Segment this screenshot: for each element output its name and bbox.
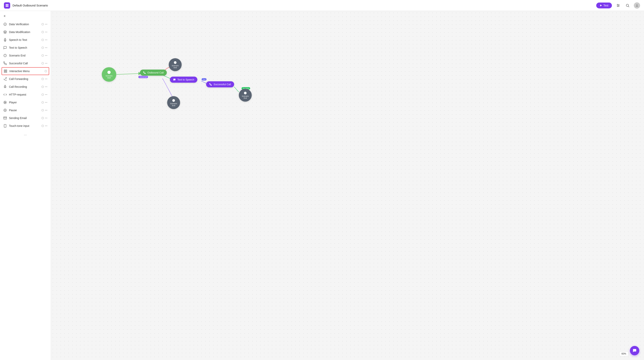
svg-point-68 — [46, 79, 46, 79]
svg-rect-0 — [6, 4, 7, 5]
node-scenario-end-bottom[interactable]: ScenarioEnd — [167, 96, 180, 109]
sidebar-item-label: Pause — [9, 109, 39, 112]
flow-canvas[interactable]: ScenarioStart Outbound Call Error Succes… — [51, 11, 644, 360]
flow-container: ScenarioStart Outbound Call Error Succes… — [51, 11, 644, 360]
sidebar-item-label: Scenario End — [9, 54, 39, 57]
sidebar-item-label: Text to Speech — [9, 46, 39, 49]
page-title: Default Outbound Scenario — [12, 4, 48, 7]
svg-point-49 — [47, 55, 47, 56]
svg-point-105 — [47, 118, 47, 118]
more-button[interactable]: ... — [0, 130, 51, 139]
svg-line-63 — [5, 78, 6, 79]
sidebar-item-scenario-end[interactable]: Scenario End — [0, 52, 51, 59]
sidebar-item-label: Player — [9, 101, 39, 104]
svg-point-79 — [45, 94, 46, 95]
sidebar-item-call-forwarding[interactable]: Call Forwarding — [0, 75, 51, 83]
node-scenario-start[interactable]: ScenarioStart — [102, 67, 116, 82]
svg-line-12 — [628, 6, 629, 7]
svg-point-74 — [46, 87, 46, 87]
svg-point-13 — [636, 4, 638, 5]
sidebar-item-player[interactable]: Player — [0, 99, 51, 106]
svg-point-53 — [45, 63, 46, 63]
svg-point-19 — [46, 24, 46, 24]
sidebar-item-successful-call[interactable]: Successful Call — [0, 59, 51, 67]
sidebar-item-speech-to-text[interactable]: Speech to Text — [0, 36, 51, 44]
sidebar-item-actions — [41, 85, 48, 88]
sidebar-item-touch-tone[interactable]: Touch-tone input — [0, 122, 51, 130]
svg-point-128 — [174, 101, 174, 101]
svg-point-48 — [46, 55, 46, 56]
svg-point-69 — [47, 79, 47, 79]
speech-to-text-icon — [3, 38, 7, 42]
svg-rect-2 — [6, 5, 7, 7]
sidebar-item-label: Touch-tone input — [9, 124, 39, 127]
svg-point-97 — [46, 110, 46, 110]
http-request-icon — [3, 93, 7, 97]
svg-point-25 — [46, 32, 46, 32]
svg-point-111 — [45, 126, 46, 126]
chat-button[interactable] — [630, 346, 639, 355]
interactive-menu-icon — [4, 69, 8, 73]
svg-point-89 — [47, 102, 47, 103]
svg-point-81 — [47, 94, 47, 95]
sidebar-item-actions — [41, 46, 48, 49]
sidebar-item-sending-email[interactable]: Sending Email — [0, 114, 51, 122]
sidebar-item-actions — [41, 38, 48, 41]
node-scenario-end-right[interactable]: ScenarioEnd — [239, 89, 252, 102]
svg-rect-58 — [4, 72, 5, 72]
sidebar-item-actions — [41, 93, 48, 96]
sidebar-item-label: Sending Email — [9, 117, 39, 120]
svg-point-113 — [47, 126, 47, 126]
svg-line-114 — [116, 73, 140, 74]
svg-point-54 — [46, 63, 46, 63]
sidebar-item-actions — [41, 54, 48, 57]
svg-point-47 — [45, 55, 46, 56]
svg-rect-1 — [7, 4, 8, 5]
data-modification-icon — [3, 30, 7, 34]
sidebar-item-actions — [41, 117, 48, 119]
svg-point-20 — [47, 24, 47, 24]
node-successful-call[interactable]: Successful Call Success — [206, 81, 234, 87]
header-right: Test — [596, 2, 640, 8]
sidebar-item-actions — [44, 70, 47, 72]
test-button[interactable]: Test — [596, 2, 612, 8]
svg-point-8 — [617, 4, 618, 5]
avatar[interactable] — [634, 2, 640, 8]
badge-out: Out — [202, 78, 206, 81]
badge-voicemail: Voicemail — [138, 76, 148, 78]
sidebar-item-label: Speech to Text — [9, 38, 39, 41]
search-button[interactable] — [624, 2, 631, 8]
main-layout: Data Verification Data Modification Spee… — [0, 11, 644, 360]
sidebar-item-actions — [41, 62, 48, 65]
pause-icon — [3, 108, 7, 112]
sidebar-item-label: Data Verification — [9, 23, 39, 26]
sidebar-item-text-to-speech[interactable]: Text to Speech — [0, 44, 51, 52]
header-left: Default Outbound Scenario — [4, 2, 48, 8]
svg-point-75 — [47, 87, 47, 87]
sidebar-item-label: HTTP-request — [9, 93, 39, 96]
svg-point-88 — [46, 102, 46, 103]
svg-point-10 — [618, 6, 618, 7]
node-text-to-speech[interactable]: Text to Speech Out — [170, 77, 197, 83]
sidebar-item-data-verification[interactable]: Data Verification — [0, 20, 51, 28]
sending-email-icon — [3, 116, 7, 120]
text-to-speech-label: Text to Speech — [177, 78, 194, 81]
svg-rect-3 — [7, 5, 8, 7]
sidebar-toggle[interactable] — [0, 13, 51, 19]
svg-point-104 — [46, 118, 46, 118]
svg-point-73 — [45, 87, 46, 87]
svg-point-103 — [45, 118, 46, 118]
sidebar-item-data-modification[interactable]: Data Modification — [0, 28, 51, 36]
successful-call-icon — [3, 61, 7, 65]
sidebar-item-http-request[interactable]: HTTP-request — [0, 91, 51, 99]
node-scenario-end-top[interactable]: ScenarioEnd — [169, 58, 182, 71]
node-outbound-call[interactable]: Outbound Call Error Success Voicemail — [140, 70, 167, 76]
sidebar-item-actions — [41, 23, 48, 26]
scenario-end-icon — [3, 53, 7, 57]
sidebar-item-call-recording[interactable]: Call Recording — [0, 83, 51, 91]
sidebar-item-pause[interactable]: Pause — [0, 106, 51, 114]
data-verification-icon — [3, 22, 7, 26]
sidebar-item-label: Call Recording — [9, 85, 39, 88]
sidebar-item-interactive-menu[interactable]: Interactive Menu — [2, 67, 49, 75]
settings-icon-button[interactable] — [615, 2, 621, 8]
